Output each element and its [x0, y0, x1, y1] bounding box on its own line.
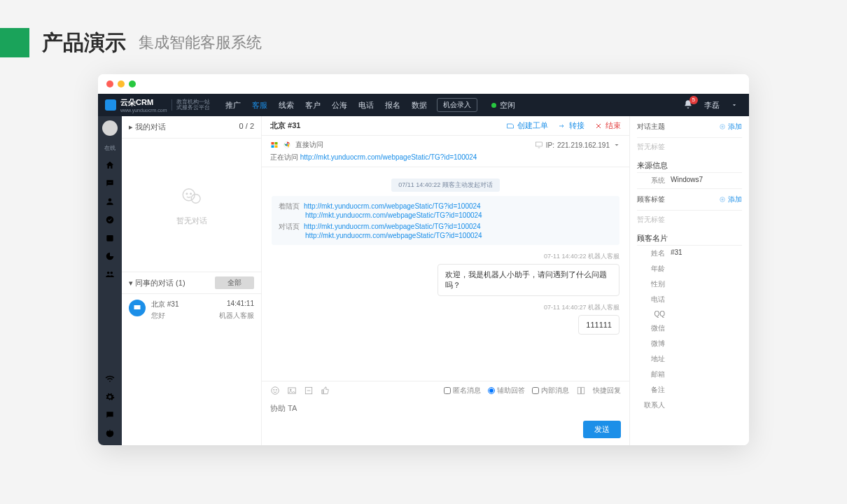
send-button[interactable]: 发送	[583, 421, 621, 438]
landing-url[interactable]: http://mkt.yunduocrm.com/webpageStatic/T…	[304, 202, 481, 210]
dialog-url[interactable]: http://mkt.yunduocrm.com/webpageStatic/T…	[304, 223, 481, 230]
chat-icon[interactable]	[105, 178, 115, 188]
quick-reply-icon[interactable]	[576, 386, 586, 396]
access-type: 直接访问	[295, 140, 323, 150]
emoji-icon[interactable]	[270, 386, 280, 396]
close-dot[interactable]	[106, 80, 113, 88]
conversation-item[interactable]: 北京 #3114:41:11 您好机器人客服	[122, 294, 261, 326]
source-section: 来源信息	[637, 156, 742, 173]
svg-rect-11	[272, 146, 274, 148]
peer-convs-header[interactable]: ▾ 同事的对话 (1) 全部	[122, 272, 261, 294]
gear-icon[interactable]	[105, 392, 115, 402]
calendar-icon[interactable]	[105, 233, 115, 243]
svg-rect-12	[275, 146, 278, 148]
svg-point-17	[274, 389, 274, 390]
topic-none: 暂无标签	[637, 138, 742, 156]
system-value: Windows7	[671, 176, 703, 186]
nav-signup[interactable]: 报名	[385, 100, 400, 111]
conversations-column: ▸ 我的对话 0 / 2 暂无对话 ▾ 同事的对话 (1) 全部 北京 #311…	[122, 116, 262, 445]
slide-header: 产品演示 集成智能客服系统	[0, 0, 847, 74]
brand-sub: 教育机构一站式服务云平台	[172, 99, 210, 111]
end-button[interactable]: 结束	[594, 120, 621, 131]
my-convs-count: 0 / 2	[239, 122, 254, 132]
chat-header: 北京 #31 创建工单 转接 结束	[262, 116, 629, 136]
accent-block	[0, 28, 29, 57]
empty-chat-icon	[180, 185, 204, 209]
plus-circle-icon	[719, 196, 726, 203]
cust-name: #31	[671, 248, 682, 258]
svg-rect-4	[106, 235, 113, 241]
nav-customers[interactable]: 客户	[305, 100, 321, 111]
current-user[interactable]: 李磊	[704, 100, 720, 111]
notifications-button[interactable]: 5	[683, 99, 693, 111]
bot-message: 欢迎，我是机器人小助手，请问遇到了什么问题吗？	[438, 264, 620, 296]
svg-rect-22	[578, 387, 580, 393]
person-icon[interactable]	[105, 197, 115, 206]
status-dot-icon	[491, 103, 496, 108]
bot-message-2: 111111	[578, 315, 620, 335]
chevron-down-icon[interactable]	[731, 102, 738, 108]
record-opportunity-button[interactable]: 机会录入	[437, 98, 477, 112]
windows-icon	[270, 141, 279, 149]
add-topic-button[interactable]: 添加	[719, 122, 742, 132]
reply-input[interactable]	[262, 400, 629, 416]
app-window: 云朵CRM www.yunduocrm.com 教育机构一站式服务云平台 推广 …	[98, 74, 749, 445]
people-icon[interactable]	[105, 270, 115, 279]
card-section: 顾客名片	[637, 229, 742, 246]
svg-point-2	[111, 182, 111, 183]
chat-title: 北京 #31	[270, 120, 300, 131]
ticket-icon	[506, 122, 514, 130]
bot-ts-1: 07-11 14:40:22 机器人客服	[272, 252, 620, 261]
svg-rect-23	[582, 387, 584, 393]
top-nav: 云朵CRM www.yunduocrm.com 教育机构一站式服务云平台 推广 …	[98, 94, 749, 116]
nav-leads[interactable]: 线索	[279, 100, 294, 111]
chevron-down-icon[interactable]	[612, 141, 621, 149]
svg-point-0	[108, 182, 109, 183]
close-icon	[594, 122, 603, 130]
visiting-url[interactable]: http://mkt.yunduocrm.com/webpageStatic/T…	[300, 153, 477, 161]
pie-icon[interactable]	[105, 251, 115, 261]
svg-point-20	[290, 389, 291, 391]
mac-titlebar	[98, 74, 749, 94]
svg-rect-9	[272, 142, 274, 145]
all-button[interactable]: 全部	[215, 276, 254, 289]
attachment-icon[interactable]	[304, 386, 314, 396]
conv-avatar	[129, 300, 146, 316]
nav-promo[interactable]: 推广	[225, 100, 241, 111]
nav-pool[interactable]: 公海	[332, 100, 347, 111]
chat-column: 北京 #31 创建工单 转接 结束 直接访问 IP:221.219.162.19…	[262, 116, 630, 445]
svg-rect-15	[536, 142, 542, 146]
nav-service[interactable]: 客服	[252, 100, 267, 111]
nav-data[interactable]: 数据	[412, 100, 427, 111]
check-circle-icon[interactable]	[105, 215, 115, 225]
my-convs-header[interactable]: ▸ 我的对话 0 / 2	[122, 116, 261, 139]
svg-point-3	[106, 216, 114, 224]
chat-toolbar: 匿名消息 辅助回答 内部消息 快捷回复 发送	[262, 381, 629, 445]
max-dot[interactable]	[129, 80, 136, 88]
empty-state: 暂无对话	[122, 139, 261, 272]
chrome-icon	[283, 141, 291, 149]
min-dot[interactable]	[118, 80, 125, 88]
internal-checkbox[interactable]: 内部消息	[532, 386, 569, 396]
add-tag-button[interactable]: 添加	[719, 195, 742, 204]
user-avatar[interactable]	[102, 120, 118, 136]
info-column: 对话主题 添加 暂无标签 来源信息 系统Windows7 顾客标签 添加 暂无标…	[630, 116, 749, 445]
message-icon[interactable]	[105, 410, 115, 420]
brand: 云朵CRM www.yunduocrm.com 教育机构一站式服务云平台	[98, 97, 217, 113]
transfer-button[interactable]: 转接	[558, 120, 584, 131]
quick-reply-label[interactable]: 快捷回复	[593, 386, 621, 396]
brand-name: 云朵CRM	[120, 97, 167, 108]
agent-status[interactable]: 空闲	[491, 100, 515, 111]
svg-point-18	[276, 389, 276, 390]
brand-mark	[105, 99, 116, 111]
home-icon[interactable]	[105, 160, 115, 170]
create-ticket-button[interactable]: 创建工单	[506, 120, 548, 131]
power-icon[interactable]	[105, 428, 115, 438]
assist-checkbox[interactable]: 辅助回答	[488, 386, 525, 396]
image-icon[interactable]	[287, 386, 297, 396]
topic-label: 对话主题	[637, 122, 665, 132]
page-info-block: 着陆页http://mkt.yunduocrm.com/webpageStati…	[272, 196, 620, 245]
thumbs-up-icon[interactable]	[321, 386, 330, 396]
anonymous-checkbox[interactable]: 匿名消息	[444, 386, 481, 396]
nav-phone[interactable]: 电话	[358, 100, 374, 111]
